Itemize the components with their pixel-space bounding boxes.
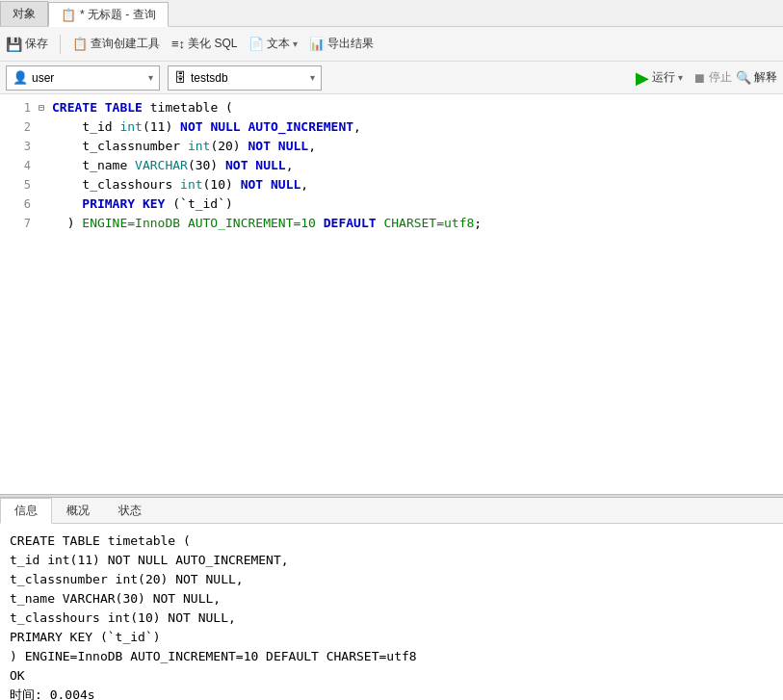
query-tool-icon [72,37,88,51]
query-tool-button[interactable]: 查询创建工具 [72,36,160,52]
bottom-panel: 信息 概况 状态 CREATE TABLE timetable ( t_id i… [0,498,783,700]
code-token: , [286,158,294,172]
code-line: 7 ) ENGINE=InnoDB AUTO_INCREMENT=10 DEFA… [0,214,783,233]
code-line: 2 t_id int(11) NOT NULL AUTO_INCREMENT, [0,117,783,137]
code-token: (10) [203,177,241,192]
text-icon [248,37,264,51]
code-token: PRIMARY KEY [82,196,165,211]
code-token: VARCHAR [135,158,188,172]
code-token: timetable ( [143,100,233,115]
code-token: ) [52,216,82,230]
code-token: (11) [143,119,180,134]
text-label: 文本 [267,36,290,52]
line-number: 6 [0,194,39,214]
info-line: t_id int(11) NOT NULL AUTO_INCREMENT, [10,551,773,570]
code-token [241,119,248,134]
info-line: t_classhours int(10) NOT NULL, [10,609,773,628]
code-line: 3 t_classnumber int(20) NOT NULL, [0,137,783,156]
line-content: t_name VARCHAR(30) NOT NULL, [52,156,783,175]
code-line: 1⊟CREATE TABLE timetable ( [0,98,783,117]
code-token: ; [474,216,482,230]
beautify-label: 美化 SQL [188,36,237,52]
info-line: OK [10,666,773,686]
code-token: int [119,119,142,134]
explain-button[interactable]: 🔍 解释 [736,69,777,86]
code-token [52,196,82,211]
code-token: int [188,139,210,153]
info-line: 时间: 0.004s [10,686,773,700]
line-fold-icon[interactable]: ⊟ [39,98,52,117]
line-number: 5 [0,175,39,194]
beautify-button[interactable]: ≡↕ 美化 SQL [171,36,237,52]
code-token [180,216,188,230]
tab-objects[interactable]: 对象 [0,1,48,26]
db-value: testsdb [191,71,306,85]
line-number: 7 [0,214,39,233]
info-line: t_classnumber int(20) NOT NULL, [10,570,773,589]
code-line: 5 t_classhours int(10) NOT NULL, [0,175,783,194]
run-icon: ▶ [636,67,649,89]
code-token: NOT NULL [225,158,286,172]
code-token: NOT NULL [180,119,241,134]
run-group: ▶ 运行 ▾ ⏹ 停止 🔍 解释 [630,65,777,91]
code-token: , [308,139,316,153]
text-button[interactable]: 文本 ▾ [248,36,298,52]
line-content: t_id int(11) NOT NULL AUTO_INCREMENT, [52,117,783,137]
editor-wrapper[interactable]: 1⊟CREATE TABLE timetable (2 t_id int(11)… [0,94,783,494]
export-icon [309,37,325,51]
info-line: t_name VARCHAR(30) NOT NULL, [10,589,773,609]
code-token: AUTO_INCREMENT [248,119,354,134]
line-content: t_classhours int(10) NOT NULL, [52,175,783,194]
code-token: AUTO_INCREMENT=10 [188,216,316,230]
line-number: 3 [0,137,39,156]
stop-icon: ⏹ [692,70,706,86]
save-icon [6,37,22,52]
code-token: int [180,177,202,192]
code-token: , [353,119,361,134]
toolbar-sep-1 [60,35,61,54]
line-content: t_classnumber int(20) NOT NULL, [52,137,783,156]
stop-button[interactable]: ⏹ 停止 [692,69,732,86]
db-select[interactable]: 🗄 testsdb ▾ [168,65,322,91]
export-label: 导出结果 [327,36,374,52]
save-label: 保存 [25,36,48,52]
code-token: (30) [188,158,225,172]
text-chevron-icon: ▾ [293,39,298,49]
info-line: PRIMARY KEY (`t_id`) [10,628,773,647]
code-token: DEFAULT [324,216,377,230]
bottom-tabs: 信息 概况 状态 [0,498,783,524]
code-token: (20) [210,139,248,153]
tab-info[interactable]: 信息 [0,498,52,524]
info-line: ) ENGINE=InnoDB AUTO_INCREMENT=10 DEFAUL… [10,647,773,666]
code-token: t_classhours [52,177,180,192]
code-token [97,100,105,115]
code-token: ENGINE=InnoDB [82,216,180,230]
db-icon: 🗄 [174,70,187,85]
info-line: CREATE TABLE timetable ( [10,531,773,551]
toolbar: 保存 查询创建工具 ≡↕ 美化 SQL 文本 ▾ 导出结果 [0,27,783,62]
db-chevron-icon: ▾ [310,72,315,83]
tab-overview[interactable]: 概况 [52,498,104,523]
objects-label: 对象 [13,6,36,22]
user-icon: 👤 [13,70,28,85]
user-select[interactable]: 👤 user ▾ [6,65,160,91]
code-token: NOT NULL [248,139,309,153]
tab-status[interactable]: 状态 [104,498,156,523]
run-button[interactable]: ▶ 运行 ▾ [630,65,689,91]
export-button[interactable]: 导出结果 [309,36,374,52]
address-bar: 👤 user ▾ 🗄 testsdb ▾ ▶ 运行 ▾ ⏹ 停止 🔍 解释 [0,62,783,94]
editor-area[interactable]: 1⊟CREATE TABLE timetable (2 t_id int(11)… [0,94,783,383]
code-token: t_classnumber [52,139,188,153]
code-line: 6 PRIMARY KEY (`t_id`) [0,194,783,214]
line-content: ) ENGINE=InnoDB AUTO_INCREMENT=10 DEFAUL… [52,214,783,233]
save-button[interactable]: 保存 [6,36,48,52]
bottom-content: CREATE TABLE timetable ( t_id int(11) NO… [0,524,783,700]
line-number: 2 [0,117,39,137]
line-content: CREATE TABLE timetable ( [52,98,783,117]
explain-icon: 🔍 [736,70,751,85]
user-chevron-icon: ▾ [148,72,153,83]
code-token: , [300,177,308,192]
tab-query[interactable]: 📋 * 无标题 - 查询 [48,2,169,27]
code-token: (`t_id`) [165,196,232,211]
line-content: PRIMARY KEY (`t_id`) [52,194,783,214]
